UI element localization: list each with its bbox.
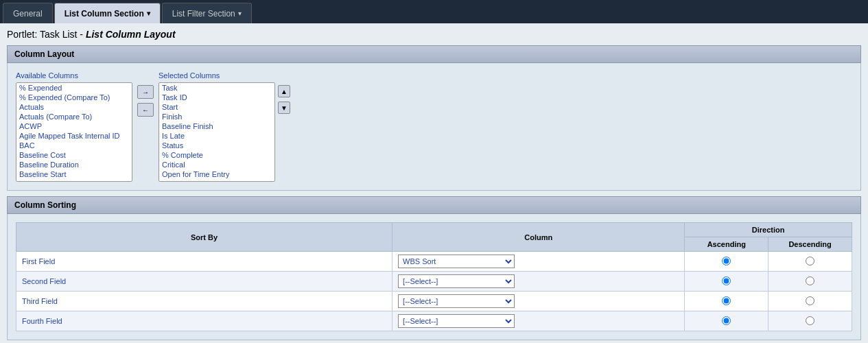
tab-list-column[interactable]: List Column Section ▾ <box>54 3 161 23</box>
column-sorting-body: Sort By Column Direction Ascending Desce… <box>7 214 861 340</box>
tab-list-filter-arrow: ▾ <box>238 10 242 17</box>
field-label-1: First Field <box>22 257 55 265</box>
sort-by-header: Sort By <box>16 223 392 252</box>
ascending-radio-2[interactable] <box>722 276 731 285</box>
tab-list-filter-label: List Filter Section <box>172 9 235 19</box>
descending-header: Descending <box>769 237 852 252</box>
table-row: First Field WBS Sort [--Select--] <box>16 252 852 272</box>
up-icon: ▲ <box>281 88 288 95</box>
column-sorting-header: Column Sorting <box>7 196 861 214</box>
tab-general-label: General <box>13 9 43 19</box>
descending-radio-1[interactable] <box>806 257 814 265</box>
column-select-4[interactable]: [--Select--] <box>398 314 515 328</box>
descending-radio-4[interactable] <box>806 316 814 325</box>
ascending-header: Ascending <box>685 237 769 252</box>
page-title: Portlet: Task List - List Column Layout <box>7 29 861 40</box>
column-layout-body: Available Columns % Expended % Expended … <box>7 63 861 191</box>
move-left-icon: ← <box>142 106 149 114</box>
descending-radio-2[interactable] <box>806 276 814 285</box>
field-label-4: Fourth Field <box>22 317 62 325</box>
tab-general[interactable]: General <box>3 3 53 23</box>
selected-columns-label: Selected Columns <box>159 71 275 80</box>
transfer-buttons: → ← <box>135 71 156 117</box>
move-right-button[interactable]: → <box>137 85 154 99</box>
tab-bar: General List Column Section ▾ List Filte… <box>0 0 868 23</box>
ascending-radio-4[interactable] <box>722 316 731 325</box>
page-title-text: Portlet: Task List - <box>7 29 83 40</box>
move-left-button[interactable]: ← <box>137 103 154 117</box>
ascending-radio-3[interactable] <box>722 296 731 305</box>
page-title-italic: List Column Layout <box>86 29 176 40</box>
selected-columns-wrapper: Selected Columns Task Task ID Start Fini… <box>159 71 275 182</box>
selected-columns-list[interactable]: Task Task ID Start Finish Baseline Finis… <box>159 82 275 182</box>
table-row: Fourth Field [--Select--] <box>16 311 852 331</box>
column-select-1[interactable]: WBS Sort [--Select--] <box>398 255 515 268</box>
down-icon: ▼ <box>281 104 288 112</box>
main-content: Portlet: Task List - List Column Layout … <box>0 23 868 343</box>
table-row: Second Field [--Select--] <box>16 272 852 292</box>
column-layout-inner: Available Columns % Expended % Expended … <box>16 71 852 182</box>
column-header: Column <box>392 223 685 252</box>
descending-radio-3[interactable] <box>806 296 814 305</box>
column-layout-header: Column Layout <box>7 45 861 63</box>
available-columns-label: Available Columns <box>16 71 132 80</box>
tab-list-column-arrow: ▾ <box>147 10 150 17</box>
available-columns-wrapper: Available Columns % Expended % Expended … <box>16 71 132 182</box>
column-select-3[interactable]: [--Select--] <box>398 294 515 308</box>
move-up-button[interactable]: ▲ <box>278 85 290 97</box>
ascending-radio-1[interactable] <box>722 257 731 265</box>
column-select-2[interactable]: [--Select--] <box>398 274 515 288</box>
direction-header: Direction <box>685 223 852 237</box>
tab-list-filter[interactable]: List Filter Section ▾ <box>162 3 252 23</box>
available-columns-list[interactable]: % Expended % Expended (Compare To) Actua… <box>16 82 132 182</box>
move-right-icon: → <box>142 88 149 96</box>
table-row: Third Field [--Select--] <box>16 292 852 311</box>
field-label-3: Third Field <box>22 297 58 305</box>
sorting-table: Sort By Column Direction Ascending Desce… <box>16 222 852 331</box>
move-down-button[interactable]: ▼ <box>278 102 290 114</box>
field-label-2: Second Field <box>22 277 66 285</box>
updown-buttons: ▲ ▼ <box>278 71 290 114</box>
tab-list-column-label: List Column Section <box>64 9 144 19</box>
